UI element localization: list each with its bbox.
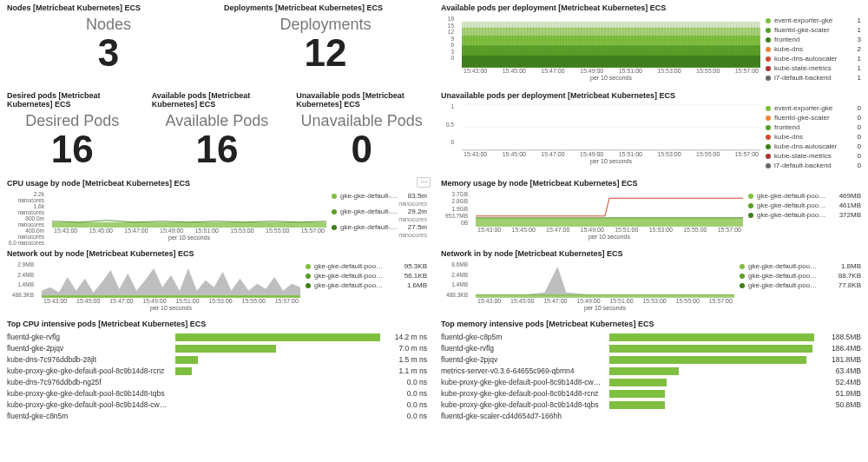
legend-item[interactable]: gke-gke-default-pool-…1.8MB — [740, 261, 861, 271]
legend-label: gke-gke-default-pool-… — [748, 281, 818, 289]
hbar-row[interactable]: fluentd-gke-rvflg14.2 m ns — [7, 332, 427, 343]
legend-value: 461MB — [836, 201, 861, 209]
hbar-label: fluentd-gke-c8n5m — [7, 412, 172, 420]
legend-item[interactable]: gke-gke-default-p…29.2m — [332, 207, 427, 216]
hbar-row[interactable]: kube-proxy-gke-gke-default-pool-8c9b14d8… — [7, 366, 427, 377]
legend-item[interactable]: kube-dns-autoscaler0 — [766, 142, 861, 151]
hbar-fill — [175, 367, 192, 375]
legend-label: gke-gke-default-p… — [340, 208, 401, 215]
legend-item[interactable]: gke-gke-default-p…83.5m — [332, 191, 427, 201]
chart-area[interactable]: 15:43:0015:45:0015:47:0015:49:0015:51:00… — [42, 261, 300, 311]
legend-label: gke-gke-default-pool-… — [314, 272, 384, 280]
legend: gke-gke-default-pool-…95.3KBgke-gke-defa… — [306, 261, 427, 311]
chart-area[interactable]: 15:43:0015:45:0015:47:0015:49:0015:51:00… — [462, 16, 760, 82]
legend-item[interactable]: l7-default-backend1 — [766, 73, 861, 82]
legend-dot-icon — [766, 144, 771, 149]
hbar-row[interactable]: kube-dns-7c976ddbdb-ng25f0.0 ns — [7, 377, 427, 388]
legend-item[interactable]: gke-gke-default-pool-…56.1KB — [306, 271, 427, 280]
legend-item[interactable]: gke-gke-default-pool-…461MB — [748, 201, 861, 210]
legend-item[interactable]: kube-dns0 — [766, 132, 861, 142]
legend-value: 83.5m — [404, 192, 427, 200]
legend-dot-icon — [766, 66, 771, 71]
legend-label: gke-gke-default-pool-… — [314, 262, 384, 270]
legend-item[interactable]: frontend0 — [766, 122, 861, 132]
y-tick: 15 — [441, 23, 454, 29]
panel-unavailable-pods-per-deployment: Unavailable pods per deployment [Metricb… — [434, 88, 868, 175]
legend-dot-icon — [748, 213, 753, 218]
hbar-row[interactable]: fluentd-gke-scaler-cd4d654d7-166hh — [441, 411, 861, 422]
legend-item[interactable]: kube-state-metrics0 — [766, 151, 861, 161]
legend-dot-icon — [766, 106, 771, 111]
legend-label: gke-gke-default-pool-… — [314, 281, 384, 289]
legend-item[interactable]: gke-gke-default-pool-…88.7KB — [740, 271, 861, 280]
y-tick: 400.0m nanocores — [7, 228, 44, 240]
hbar-row[interactable]: fluentd-gke-2pjqv7.0 m ns — [7, 343, 427, 354]
panel-menu-icon[interactable]: ⋯ — [417, 177, 431, 188]
legend-item[interactable]: kube-state-metrics1 — [766, 63, 861, 73]
chart-area[interactable]: 15:43:0015:45:0015:47:0015:49:0015:51:00… — [476, 261, 734, 311]
legend-label: frontend — [774, 123, 799, 131]
hbar-row[interactable]: metrics-server-v0.3.6-64655c969-qbmn463.… — [441, 366, 861, 377]
hbar-row[interactable]: fluentd-gke-c8n5m0.0 ns — [7, 411, 427, 422]
legend-item[interactable]: gke-gke-default-pool-…95.3KB — [306, 261, 427, 271]
legend-item[interactable]: gke-gke-default-pool-…469MB — [748, 191, 861, 201]
legend-dot-icon — [306, 283, 311, 288]
hbar-label: kube-dns-7c976ddbdb-28jlt — [7, 355, 172, 364]
legend-value: 0 — [854, 152, 861, 160]
legend-dot-icon — [332, 194, 337, 199]
legend-label: kube-state-metrics — [774, 64, 832, 72]
y-tick: 0.0 nanocores — [7, 240, 44, 246]
legend-label: gke-gke-default-pool-… — [757, 201, 826, 209]
legend-item[interactable]: kube-dns-autoscaler1 — [766, 54, 861, 63]
x-axis-label: per 10 seconds — [476, 305, 734, 311]
hbar-row[interactable]: kube-proxy-gke-gke-default-pool-8c9b14d8… — [7, 399, 427, 411]
legend-item[interactable]: fluentd-gke-scaler0 — [766, 113, 861, 122]
legend-dot-icon — [766, 154, 771, 159]
x-tick: 15:53:00 — [657, 68, 681, 74]
chart-area[interactable]: 15:43:0015:45:0015:47:0015:49:0015:51:00… — [52, 191, 326, 241]
x-tick: 15:55:00 — [266, 228, 289, 234]
legend-label: kube-state-metrics — [774, 152, 832, 160]
legend-item[interactable]: kube-dns2 — [766, 44, 861, 54]
x-axis-label: per 10 seconds — [476, 234, 743, 240]
panel-title: CPU usage by node [Metricbeat Kubernetes… — [7, 179, 427, 188]
legend-item[interactable]: fluentd-gke-scaler1 — [766, 25, 861, 35]
legend-value: 1 — [854, 64, 861, 72]
legend-item[interactable]: event-exporter-gke1 — [766, 16, 861, 25]
legend-item[interactable]: gke-gke-default-p…27.5m — [332, 222, 427, 232]
hbar-fill — [175, 333, 380, 341]
x-tick: 15:47:00 — [124, 228, 148, 234]
hbar-row[interactable]: kube-proxy-gke-gke-default-pool-8c9b14d8… — [7, 388, 427, 399]
metric-value: 0 — [296, 130, 427, 168]
panel-desired-pods: Desired pods [Metricbeat Kubernetes] ECS… — [0, 88, 145, 175]
y-tick: 1.4MB — [441, 281, 468, 287]
hbar-row[interactable]: kube-proxy-gke-gke-default-pool-8c9b14d8… — [441, 377, 861, 388]
legend-item[interactable]: event-exporter-gke0 — [766, 103, 861, 113]
hbar-track — [175, 390, 380, 398]
legend-item[interactable]: gke-gke-default-pool-…1.6MB — [306, 280, 427, 290]
hbar-row[interactable]: fluentd-gke-rvflg186.4MB — [441, 343, 861, 354]
legend-value: 1 — [854, 74, 861, 82]
chart-area[interactable]: 15:43:0015:45:0015:47:0015:49:0015:51:00… — [476, 191, 743, 240]
legend-label: kube-dns-autoscaler — [774, 55, 837, 63]
legend-value: 372MB — [836, 211, 861, 219]
legend-label: gke-gke-default-p… — [340, 192, 401, 200]
hbar-row[interactable]: fluentd-gke-c8p5m188.5MB — [441, 332, 861, 343]
hbar-row[interactable]: kube-proxy-gke-gke-default-pool-8c9b14d8… — [441, 399, 861, 411]
legend-label: kube-dns-autoscaler — [774, 142, 837, 150]
legend-dot-icon — [306, 274, 311, 279]
legend-item[interactable]: gke-gke-default-pool-…77.8KB — [740, 280, 861, 290]
y-tick: 2.4MB — [441, 272, 468, 278]
hbar-row[interactable]: kube-proxy-gke-gke-default-pool-8c9b14d8… — [441, 388, 861, 399]
legend-item[interactable]: gke-gke-default-pool-…372MB — [748, 210, 861, 220]
hbar-label: fluentd-gke-scaler-cd4d654d7-166hh — [441, 412, 606, 420]
chart-area[interactable]: 15:43:0015:45:0015:47:0015:49:0015:51:00… — [462, 103, 760, 170]
legend-value: 29.2m — [404, 208, 427, 215]
legend-item[interactable]: l7-default-backend0 — [766, 161, 861, 170]
hbar-row[interactable]: fluentd-gke-2pjqv181.8MB — [441, 354, 861, 366]
legend-item[interactable]: frontend3 — [766, 35, 861, 44]
panel-network-out-by-node: Network out by node [Metricbeat Kubernet… — [0, 246, 434, 316]
hbar-row[interactable]: kube-dns-7c976ddbdb-28jlt1.5 m ns — [7, 354, 427, 366]
hbar-fill — [609, 401, 665, 409]
x-tick: 15:55:00 — [696, 151, 720, 157]
